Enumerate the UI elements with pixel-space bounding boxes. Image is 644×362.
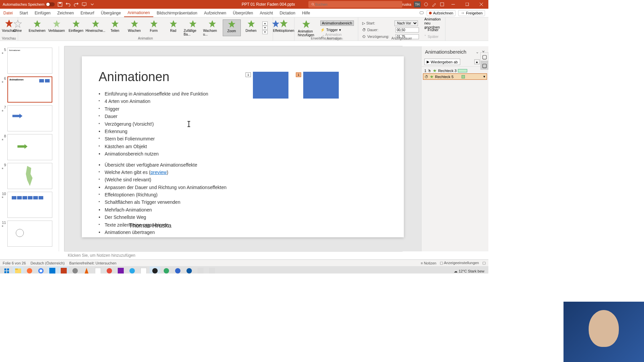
tab-animations[interactable]: Animationen bbox=[124, 9, 153, 17]
slide-content[interactable]: Einführung in Animationseffekte und ihre… bbox=[99, 90, 387, 236]
gallery-flyin[interactable]: Einfliegen bbox=[67, 19, 85, 36]
slide-canvas[interactable]: Animationen Einführung in Animationseffe… bbox=[82, 56, 404, 237]
maximize-button[interactable] bbox=[462, 0, 473, 9]
record-button[interactable]: Aufzeichnen bbox=[427, 10, 456, 16]
obs-icon[interactable] bbox=[150, 266, 160, 274]
minimize-button[interactable] bbox=[447, 0, 459, 9]
gallery-more[interactable]: ▾ bbox=[262, 30, 268, 34]
outlook-icon[interactable] bbox=[47, 266, 58, 274]
pen-icon[interactable] bbox=[431, 2, 437, 7]
app-icon-7[interactable] bbox=[195, 266, 206, 274]
gallery-swivel[interactable]: Drehen bbox=[242, 19, 260, 36]
play-from-button[interactable]: ▶Wiedergeben ab bbox=[424, 59, 460, 65]
tab-file[interactable]: Datei bbox=[0, 9, 16, 17]
app-icon-5[interactable] bbox=[161, 266, 172, 274]
view-normal[interactable]: ▢ bbox=[482, 261, 486, 265]
language[interactable]: Deutsch (Österreich) bbox=[31, 261, 64, 265]
thumb-11[interactable] bbox=[7, 221, 52, 247]
tab-record[interactable]: Aufzeichnen bbox=[201, 9, 229, 17]
redo-icon[interactable] bbox=[73, 2, 79, 7]
share-button[interactable]: Freigeben bbox=[458, 10, 485, 16]
thumb-10[interactable] bbox=[7, 192, 52, 218]
start-button[interactable] bbox=[1, 266, 12, 274]
app-icon-4[interactable] bbox=[138, 266, 149, 274]
tab-help[interactable]: Hilfe bbox=[299, 9, 313, 17]
search-box[interactable] bbox=[309, 1, 402, 8]
app-icon-1[interactable] bbox=[70, 266, 80, 274]
anim-item-menu[interactable]: ▾ bbox=[483, 74, 485, 79]
gallery-wipe[interactable]: Wischen bbox=[125, 19, 144, 36]
effect-options-button[interactable]: Effektoptionen bbox=[272, 18, 296, 33]
display-settings[interactable]: ▢ Anzeigeeinstellungen bbox=[440, 261, 479, 265]
notes-toggle[interactable]: ≡ Notizen bbox=[421, 261, 436, 265]
comments-icon[interactable] bbox=[419, 11, 424, 15]
tab-design[interactable]: Entwurf bbox=[77, 9, 98, 17]
thumb-7[interactable] bbox=[7, 105, 52, 131]
gallery-appear[interactable]: Erscheinen bbox=[28, 19, 46, 36]
thumb-8[interactable] bbox=[7, 134, 52, 160]
more-icon[interactable] bbox=[90, 2, 95, 7]
app-icon-8[interactable] bbox=[207, 266, 217, 274]
app-icon-3[interactable] bbox=[104, 266, 115, 274]
tab-review[interactable]: Überprüfen bbox=[229, 9, 256, 17]
anim-item-2[interactable]: ⏱ Rechteck 5 ▾ bbox=[423, 73, 487, 80]
weather-widget[interactable]: ☁ 12°C Stark bew bbox=[454, 269, 484, 274]
telegram-icon[interactable] bbox=[127, 266, 138, 274]
tab-dictation[interactable]: Dictation bbox=[276, 9, 299, 17]
tab-draw[interactable]: Zeichnen bbox=[54, 9, 77, 17]
trigger-button[interactable]: ⚡Trigger▾ bbox=[320, 27, 354, 33]
tab-insert[interactable]: Einfügen bbox=[31, 9, 54, 17]
thumb-9[interactable] bbox=[7, 163, 52, 189]
firefox-icon[interactable] bbox=[24, 266, 35, 274]
search-input[interactable] bbox=[315, 2, 400, 6]
powerpoint-icon[interactable] bbox=[58, 266, 69, 274]
app-icon[interactable] bbox=[439, 2, 445, 7]
accessibility[interactable]: Barrierefreiheit: Untersuchen bbox=[69, 261, 117, 265]
start-select[interactable]: Nach Vorher... bbox=[394, 20, 418, 26]
file-name[interactable]: PPT 01 Roter Faden 004.pptx bbox=[241, 2, 295, 7]
explorer-icon[interactable] bbox=[13, 266, 23, 274]
animation-gallery[interactable]: Ohne Erscheinen Verblassen Einfliegen Hi… bbox=[9, 18, 282, 36]
onenote-icon[interactable] bbox=[115, 266, 126, 274]
gallery-none[interactable]: Ohne bbox=[9, 19, 27, 36]
undo-icon[interactable] bbox=[65, 2, 71, 7]
slide-editor[interactable]: Animationen Einführung in Animationseffe… bbox=[59, 46, 421, 251]
chrome-icon[interactable] bbox=[36, 266, 46, 274]
gallery-floatin[interactable]: Hineinschw... bbox=[87, 19, 105, 36]
vlc-icon[interactable] bbox=[81, 266, 92, 274]
slide-thumbnails[interactable]: 5★ Animationen 6★ Animationen 7★ 8★ 9★ 1… bbox=[0, 46, 59, 251]
slideshow-icon[interactable] bbox=[82, 2, 87, 7]
gallery-wheel[interactable]: Rad bbox=[164, 19, 182, 36]
tab-view[interactable]: Ansicht bbox=[256, 9, 276, 17]
preview-link[interactable]: preview bbox=[151, 170, 167, 175]
side-tab-1[interactable]: ▢ bbox=[480, 52, 488, 61]
gallery-random[interactable]: Zufällige Ba... bbox=[184, 19, 202, 36]
anim-item-1[interactable]: 1🖱 Rechteck 3 bbox=[423, 68, 487, 73]
anim-tag-2[interactable]: 1 bbox=[296, 72, 301, 77]
tab-transitions[interactable]: Übergänge bbox=[98, 9, 124, 17]
tab-slideshow[interactable]: Bildschirmpräsentation bbox=[153, 9, 201, 17]
user-avatar[interactable]: TH bbox=[414, 1, 421, 7]
thumb-6[interactable]: Animationen bbox=[7, 76, 52, 103]
rectangle-3[interactable] bbox=[253, 72, 288, 99]
move-earlier[interactable]: ˄Früher bbox=[424, 27, 441, 33]
gallery-zoom[interactable]: Zoom bbox=[223, 19, 241, 36]
duration-input[interactable] bbox=[395, 27, 419, 33]
app-icon-6[interactable] bbox=[172, 266, 183, 274]
anim-tag-1[interactable]: 1 bbox=[246, 72, 251, 77]
animation-pane-button[interactable]: Animationsbereich bbox=[320, 20, 354, 26]
autosave-toggle[interactable]: Automatisches Speichern bbox=[3, 2, 55, 6]
notes-pane[interactable]: Klicken Sie, um Notizen hinzuzufügen bbox=[64, 251, 402, 259]
gallery-fade[interactable]: Verblassen bbox=[48, 19, 66, 36]
sync-icon[interactable] bbox=[423, 2, 429, 7]
anim-pane-dropdown[interactable]: ⌄ bbox=[476, 50, 479, 54]
gallery-shape[interactable]: Form bbox=[145, 19, 163, 36]
side-tab-2[interactable]: ▢ bbox=[480, 61, 488, 70]
slide-counter[interactable]: Folie 6 von 26 bbox=[3, 261, 26, 265]
app-icon-2[interactable] bbox=[93, 266, 103, 274]
close-button[interactable] bbox=[476, 0, 487, 9]
rectangle-5[interactable] bbox=[303, 72, 339, 99]
tab-start[interactable]: Start bbox=[16, 9, 31, 17]
save-icon[interactable] bbox=[57, 2, 63, 7]
move-up-button[interactable]: ▴ bbox=[474, 59, 480, 64]
